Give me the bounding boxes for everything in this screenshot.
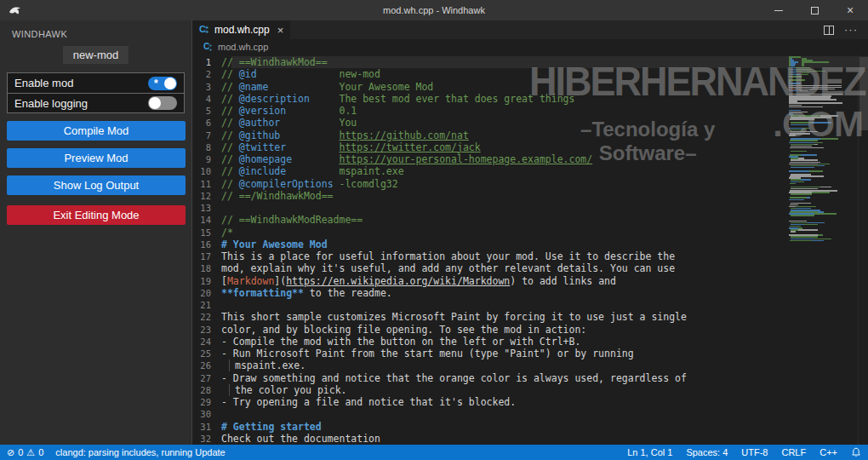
code-text: // @description The best mod ever that d…	[221, 93, 574, 105]
status-indentation[interactable]: Spaces: 4	[686, 447, 728, 457]
toggle-knob	[164, 78, 176, 89]
code-line[interactable]: 10// @include mspaint.exe	[192, 165, 868, 177]
code-text: This short sample customizes Microsoft P…	[221, 311, 687, 323]
code-line[interactable]: 9// @homepage https://your-personal-home…	[192, 153, 868, 165]
show-log-output-button[interactable]: Show Log Output	[7, 175, 186, 195]
mod-actions: Compile ModPreview ModShow Log OutputExi…	[0, 121, 191, 225]
breadcrumb[interactable]: C++ mod.wh.cpp	[192, 39, 868, 55]
code-line[interactable]: 30	[192, 408, 868, 420]
notifications-bell-icon[interactable]	[851, 447, 861, 458]
code-text: /*	[221, 227, 233, 239]
code-line[interactable]: 26mspaint.exe.	[192, 359, 868, 371]
line-number: 4	[192, 93, 221, 105]
code-line[interactable]: 32Check out the documentation	[192, 433, 868, 445]
code-line[interactable]: 18mod, explain why it's useful, and add …	[192, 262, 868, 274]
preview-mod-button[interactable]: Preview Mod	[7, 148, 186, 168]
minimize-button[interactable]	[761, 0, 797, 20]
cpp-file-icon: C++	[203, 41, 214, 53]
code-text: // @compilerOptions -lcomdlg32	[221, 178, 398, 190]
tab-close-icon[interactable]: ×	[277, 24, 284, 37]
tab-bar: C++ mod.wh.cpp × ···	[192, 20, 868, 39]
scrollbar[interactable]	[858, 55, 868, 445]
more-actions-icon[interactable]: ···	[844, 26, 858, 34]
line-number: 22	[192, 311, 221, 323]
code-text: - Try opening a file and notice that it'…	[221, 396, 516, 408]
code-text: // ==/WindhawkMod==	[221, 190, 334, 202]
breadcrumb-item: mod.wh.cpp	[218, 42, 268, 52]
status-language-mode[interactable]: C++	[819, 447, 837, 457]
code-text: # Getting started	[221, 421, 322, 433]
status-eol-sequence[interactable]: CRLF	[781, 447, 806, 457]
line-number: 3	[192, 81, 221, 93]
code-line[interactable]: 23color, and by blocking file opening. T…	[192, 324, 868, 336]
code-text: // ==WindhawkMod==	[221, 56, 328, 68]
code-line[interactable]: 11// @compilerOptions -lcomdlg32	[192, 178, 868, 190]
line-number: 8	[192, 141, 221, 153]
code-line[interactable]: 31# Getting started	[192, 421, 868, 433]
line-number: 17	[192, 250, 221, 262]
code-line[interactable]: 20**formatting** to the readme.	[192, 287, 868, 299]
line-number: 5	[192, 105, 221, 117]
line-number: 18	[192, 262, 221, 274]
code-text: # Your Awesome Mod	[221, 239, 328, 250]
enable-mod-toggle[interactable]: *	[148, 77, 177, 90]
line-number: 12	[192, 190, 221, 202]
code-line[interactable]: 17This is a place for useful information…	[192, 250, 868, 262]
code-line[interactable]: 27- Draw something and notice that the o…	[192, 372, 868, 384]
code-line[interactable]: 24- Compile the mod with the button on t…	[192, 336, 868, 348]
code-text: // @version 0.1	[221, 105, 357, 117]
line-number: 28	[192, 384, 221, 396]
line-number: 11	[192, 178, 221, 190]
status-encoding[interactable]: UTF-8	[741, 447, 768, 457]
code-line[interactable]: 25- Run Microsoft Paint from the start m…	[192, 348, 868, 359]
line-number: 14	[192, 214, 221, 226]
code-text: **formatting** to the readme.	[221, 287, 392, 299]
split-editor-icon[interactable]	[824, 26, 834, 35]
scrollbar-thumb[interactable]	[859, 57, 868, 130]
status-cursor-position[interactable]: Ln 1, Col 1	[627, 447, 672, 457]
code-line[interactable]: 7// @github https://github.com/nat	[192, 129, 868, 141]
code-text: // @twitter https://twitter.com/jack	[221, 141, 481, 153]
mod-name-badge[interactable]: new-mod	[63, 46, 128, 64]
problems-indicator[interactable]: ⊘ 0 ⚠ 0	[0, 447, 43, 457]
code-line[interactable]: 6// @author You	[192, 117, 868, 129]
restore-button[interactable]	[797, 0, 832, 20]
code-line[interactable]: 13	[192, 202, 868, 214]
exit-editing-mode-button[interactable]: Exit Editing Mode	[7, 205, 186, 225]
code-line[interactable]: 22This short sample customizes Microsoft…	[192, 311, 868, 323]
code-line[interactable]: 12// ==/WindhawkMod==	[192, 190, 868, 202]
mod-settings-group: Enable mod*Enable logging*	[7, 72, 185, 113]
code-line[interactable]: 8// @twitter https://twitter.com/jack	[192, 141, 868, 153]
clangd-status-message[interactable]: clangd: parsing includes, running Update	[55, 447, 225, 457]
code-line[interactable]: 2// @id new-mod	[192, 68, 868, 80]
tab-label: mod.wh.cpp	[214, 24, 270, 36]
window-controls: ×	[761, 0, 868, 20]
code-text: color, and by blocking file opening. To …	[221, 324, 586, 336]
code-text: mspaint.exe.	[221, 359, 306, 371]
windhawk-logo-icon	[0, 5, 29, 16]
code-line[interactable]: 1// ==WindhawkMod==	[192, 56, 868, 68]
minimap-line	[789, 242, 857, 244]
tab-mod-wh-cpp[interactable]: C++ mod.wh.cpp ×	[192, 20, 290, 39]
close-button[interactable]: ×	[832, 0, 868, 20]
line-number: 7	[192, 129, 221, 141]
line-number: 24	[192, 336, 221, 348]
code-line[interactable]: 14// ==WindhawkModReadme==	[192, 214, 868, 226]
code-line[interactable]: 21	[192, 299, 868, 311]
code-line[interactable]: 15/*	[192, 227, 868, 239]
title-bar: mod.wh.cpp - Windhawk ×	[0, 0, 868, 20]
code-text: // @author You	[221, 117, 357, 129]
code-line[interactable]: 4// @description The best mod ever that …	[192, 93, 868, 105]
warning-icon: ⚠	[26, 448, 35, 457]
code-line[interactable]: 19[Markdown](https://en.wikipedia.org/wi…	[192, 275, 868, 287]
code-line[interactable]: 16# Your Awesome Mod	[192, 239, 868, 250]
code-line[interactable]: 5// @version 0.1	[192, 105, 868, 117]
minimap[interactable]	[789, 56, 857, 445]
code-line[interactable]: 3// @name Your Awesome Mod	[192, 81, 868, 93]
compile-mod-button[interactable]: Compile Mod	[7, 121, 186, 141]
code-line[interactable]: 28the color you pick.	[192, 384, 868, 396]
code-area[interactable]: 1// ==WindhawkMod==2// @id new-mod3// @n…	[192, 55, 868, 445]
window-title: mod.wh.cpp - Windhawk	[0, 5, 868, 15]
code-line[interactable]: 29- Try opening a file and notice that i…	[192, 396, 868, 408]
enable-logging-toggle[interactable]: *	[148, 96, 177, 110]
